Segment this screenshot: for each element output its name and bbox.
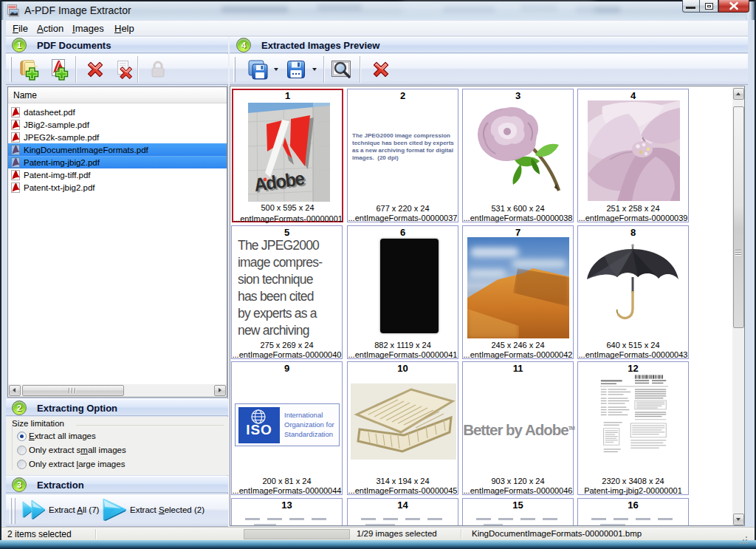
svg-text:Adobe: Adobe (252, 168, 305, 195)
